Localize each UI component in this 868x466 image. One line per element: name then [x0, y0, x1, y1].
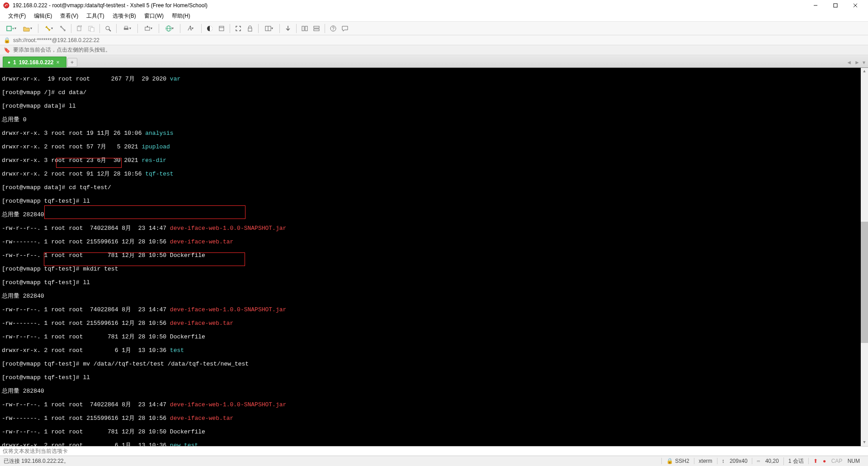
term-line: [root@vmapp tqf-test]# mv /data//tqf-tes… — [2, 361, 866, 367]
find-button[interactable] — [103, 23, 113, 34]
svg-line-15 — [109, 29, 111, 31]
hint-bar: 🔖 要添加当前会话，点击左侧的箭头按钮。 — [0, 45, 868, 55]
session-tab[interactable]: ● 1 192.168.0.222 × — [3, 57, 66, 67]
status-indicators: ⬆ ● CAP NUM — [808, 458, 864, 464]
svg-rect-23 — [219, 26, 224, 31]
term-line: [root@vmapp tqf-test]# ll — [2, 374, 866, 381]
menu-file[interactable]: 文件(F) — [5, 11, 29, 21]
print-button[interactable]: ▾ — [119, 23, 135, 34]
svg-rect-17 — [125, 26, 127, 28]
close-button[interactable] — [845, 0, 865, 11]
term-line: -rw-r--r--. 1 root root 781 12月 28 10:50… — [2, 252, 866, 259]
copy-button[interactable] — [74, 23, 85, 34]
compose-input[interactable] — [3, 448, 865, 454]
term-line: 总用量 282840 — [2, 293, 866, 300]
term-line: -rw-------. 1 root root 215599616 12月 28… — [2, 238, 170, 245]
file-name: deve-iface-web-1.0.0-SNAPSHOT.jar — [170, 401, 286, 408]
svg-point-9 — [64, 29, 66, 31]
menu-view[interactable]: 查看(V) — [57, 11, 82, 21]
lock-button[interactable] — [245, 23, 255, 34]
toolbar-separator — [116, 24, 117, 33]
status-cursor-pos: ⎓ 40,20 — [752, 458, 783, 464]
status-protocol: 🔒SSH2 — [661, 458, 693, 464]
menu-edit[interactable]: 编辑(E) — [30, 11, 56, 21]
dir-name: res-dir — [142, 157, 166, 164]
arrow-down-button[interactable] — [283, 23, 293, 34]
toolbar-separator — [71, 24, 71, 33]
maximize-button[interactable] — [826, 0, 845, 11]
status-connection: 已连接 192.168.0.222:22。 — [4, 457, 69, 465]
term-line: drwxr-xr-x. 2 root root 6 1月 13 10:36 — [2, 347, 170, 354]
term-line: drwxr-xr-x. 3 root root 19 11月 26 10:06 — [2, 130, 145, 137]
svg-rect-28 — [302, 26, 304, 31]
tab-index: 1 — [13, 59, 16, 66]
globe-button[interactable]: ▾ — [162, 23, 177, 34]
menu-window[interactable]: 窗口(W) — [141, 11, 167, 21]
minimize-button[interactable] — [806, 0, 826, 11]
status-term: xterm — [694, 458, 717, 464]
toolbar-separator — [296, 24, 297, 33]
tile-horizontal-button[interactable] — [299, 23, 310, 34]
term-line: [root@vmapp tqf-test]# ll — [2, 198, 866, 204]
font-button[interactable]: A▾ — [183, 23, 198, 34]
dir-name: tqf-test — [145, 171, 173, 177]
layout-button[interactable]: ▾ — [261, 23, 277, 34]
tab-status-icon: ● — [8, 60, 10, 65]
term-line: drwxr-xr-x. 2 root root 91 12月 28 10:56 — [2, 171, 145, 177]
term-line: drwxr-xr-x. 3 root root 23 6月 30 2021 — [2, 157, 142, 164]
scrollbar-thumb[interactable] — [861, 222, 868, 343]
scrollbar-down-icon[interactable]: ▼ — [861, 439, 868, 446]
menu-help[interactable]: 帮助(H) — [168, 11, 194, 21]
menu-tabs[interactable]: 选项卡(B) — [109, 11, 140, 21]
term-line: [root@vmapp tqf-test]# ll — [2, 279, 866, 286]
dir-name: var — [170, 76, 180, 82]
properties-button[interactable] — [216, 23, 227, 34]
term-line: drwxr-xr-x. 2 root root 6 1月 13 10:36 — [2, 442, 170, 446]
paste-button[interactable] — [86, 23, 97, 34]
file-name: deve-iface-web-1.0.0-SNAPSHOT.jar — [170, 225, 286, 232]
scrollbar-up-icon[interactable]: ▲ — [861, 68, 868, 75]
term-line: drwxr-xr-x. 19 root root 267 7月 29 2020 — [2, 76, 170, 82]
add-tab-button[interactable]: + — [67, 58, 77, 67]
disconnect-button[interactable] — [57, 23, 68, 34]
term-line: [root@vmapp /]# cd data/ — [2, 89, 866, 96]
file-name: deve-iface-web-1.0.0-SNAPSHOT.jar — [170, 306, 286, 313]
terminal[interactable]: drwxr-xr-x. 19 root root 267 7月 29 2020 … — [0, 68, 868, 446]
help-button[interactable]: ? — [328, 23, 339, 34]
tab-menu-icon[interactable]: ▾ — [863, 59, 865, 66]
tile-vertical-button[interactable] — [311, 23, 322, 34]
toolbar-separator — [230, 24, 230, 33]
term-line: [root@vmapp tqf-test]# mkdir test — [2, 266, 866, 272]
svg-rect-11 — [79, 25, 81, 27]
address-text[interactable]: ssh://root:*******@192.168.0.222:22 — [13, 37, 99, 43]
svg-rect-13 — [90, 28, 94, 32]
title-bar: 192.168.0.222 - root@vmapp:/data/tqf-tes… — [0, 0, 868, 11]
dir-name: analysis — [145, 130, 173, 137]
svg-rect-18 — [145, 27, 150, 30]
svg-point-14 — [106, 26, 109, 30]
svg-rect-30 — [314, 26, 319, 28]
lock-icon: 🔒 — [4, 37, 10, 43]
status-sessions: 1 会话 — [783, 457, 808, 465]
new-session-button[interactable]: ▾ — [4, 23, 19, 34]
menu-bar: 文件(F) 编辑(E) 查看(V) 工具(T) 选项卡(B) 窗口(W) 帮助(… — [0, 11, 868, 22]
dir-name: new_test — [170, 442, 198, 446]
reconnect-button[interactable]: ▾ — [41, 23, 57, 34]
menu-tools[interactable]: 工具(T) — [83, 11, 108, 21]
color-scheme-button[interactable] — [204, 23, 215, 34]
status-size: ↕ 209x40 — [717, 458, 752, 464]
transfer-button[interactable]: ▾ — [141, 23, 156, 34]
bookmark-icon[interactable]: 🔖 — [4, 47, 10, 53]
fullscreen-button[interactable] — [233, 23, 244, 34]
tab-close-icon[interactable]: × — [56, 59, 59, 66]
toolbar-separator — [38, 24, 38, 33]
tab-next-icon[interactable]: ► — [854, 59, 860, 66]
status-bar: 已连接 192.168.0.222:22。 🔒SSH2 xterm ↕ 209x… — [0, 456, 868, 466]
toolbar-separator — [180, 24, 180, 33]
term-line: [root@vmapp data]# ll — [2, 103, 866, 109]
open-session-button[interactable]: ▾ — [20, 23, 35, 34]
tab-label: 192.168.0.222 — [19, 59, 54, 66]
tab-prev-icon[interactable]: ◄ — [846, 59, 852, 66]
window-title: 192.168.0.222 - root@vmapp:/data/tqf-tes… — [13, 2, 806, 9]
chat-button[interactable] — [340, 23, 350, 34]
